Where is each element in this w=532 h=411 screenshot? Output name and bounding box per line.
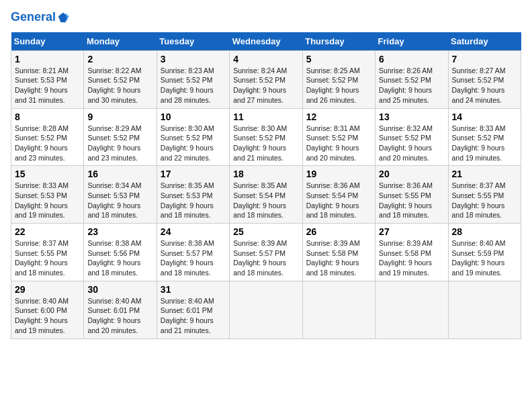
- day-info: Sunrise: 8:29 AM Sunset: 5:52 PM Dayligh…: [87, 124, 152, 163]
- day-info: Sunrise: 8:24 AM Sunset: 5:52 PM Dayligh…: [233, 66, 298, 105]
- day-info: Sunrise: 8:25 AM Sunset: 5:52 PM Dayligh…: [306, 66, 371, 105]
- day-number: 10: [161, 111, 226, 122]
- day-number: 24: [161, 226, 226, 237]
- calendar-cell: 3 Sunrise: 8:23 AM Sunset: 5:52 PM Dayli…: [157, 50, 229, 108]
- calendar-cell: 10 Sunrise: 8:30 AM Sunset: 5:52 PM Dayl…: [157, 108, 229, 166]
- calendar-cell: 27 Sunrise: 8:39 AM Sunset: 5:58 PM Dayl…: [375, 224, 448, 281]
- day-info: Sunrise: 8:39 AM Sunset: 5:58 PM Dayligh…: [306, 238, 371, 278]
- day-number: 30: [87, 284, 152, 295]
- day-number: 28: [452, 226, 517, 237]
- calendar-table: SundayMondayTuesdayWednesdayThursdayFrid…: [11, 32, 521, 339]
- day-number: 11: [233, 111, 298, 122]
- calendar-cell: 4 Sunrise: 8:24 AM Sunset: 5:52 PM Dayli…: [230, 50, 302, 108]
- day-number: 21: [452, 169, 517, 179]
- day-info: Sunrise: 8:33 AM Sunset: 5:52 PM Dayligh…: [452, 124, 517, 163]
- calendar-cell: [375, 281, 448, 338]
- calendar-cell: 6 Sunrise: 8:26 AM Sunset: 5:52 PM Dayli…: [375, 50, 448, 108]
- logo-icon: [57, 11, 69, 24]
- day-number: 17: [161, 169, 226, 179]
- day-number: 15: [15, 169, 80, 179]
- day-info: Sunrise: 8:33 AM Sunset: 5:53 PM Dayligh…: [15, 181, 80, 220]
- day-number: 14: [452, 111, 517, 122]
- day-info: Sunrise: 8:28 AM Sunset: 5:52 PM Dayligh…: [15, 124, 80, 163]
- day-header-saturday: Saturday: [448, 32, 521, 51]
- day-info: Sunrise: 8:22 AM Sunset: 5:52 PM Dayligh…: [87, 66, 152, 105]
- calendar-cell: 13 Sunrise: 8:32 AM Sunset: 5:52 PM Dayl…: [375, 108, 448, 166]
- day-info: Sunrise: 8:21 AM Sunset: 5:53 PM Dayligh…: [15, 66, 80, 105]
- calendar-cell: 25 Sunrise: 8:39 AM Sunset: 5:57 PM Dayl…: [230, 224, 302, 281]
- calendar-cell: 5 Sunrise: 8:25 AM Sunset: 5:52 PM Dayli…: [302, 50, 375, 108]
- calendar-cell: 9 Sunrise: 8:29 AM Sunset: 5:52 PM Dayli…: [84, 108, 157, 166]
- day-number: 18: [233, 169, 298, 179]
- day-info: Sunrise: 8:35 AM Sunset: 5:53 PM Dayligh…: [161, 181, 226, 220]
- day-info: Sunrise: 8:39 AM Sunset: 5:58 PM Dayligh…: [379, 238, 444, 278]
- day-info: Sunrise: 8:34 AM Sunset: 5:53 PM Dayligh…: [87, 181, 152, 220]
- day-number: 19: [306, 169, 371, 179]
- day-number: 27: [379, 226, 444, 237]
- day-info: Sunrise: 8:30 AM Sunset: 5:52 PM Dayligh…: [161, 124, 226, 163]
- calendar-cell: 30 Sunrise: 8:40 AM Sunset: 6:01 PM Dayl…: [84, 281, 157, 338]
- day-number: 29: [15, 284, 80, 295]
- day-info: Sunrise: 8:26 AM Sunset: 5:52 PM Dayligh…: [379, 66, 444, 105]
- calendar-cell: 31 Sunrise: 8:40 AM Sunset: 6:01 PM Dayl…: [157, 281, 229, 338]
- day-header-thursday: Thursday: [302, 32, 375, 51]
- logo: General: [11, 11, 69, 24]
- day-info: Sunrise: 8:37 AM Sunset: 5:55 PM Dayligh…: [15, 238, 80, 278]
- day-info: Sunrise: 8:38 AM Sunset: 5:56 PM Dayligh…: [87, 238, 152, 278]
- day-number: 23: [87, 226, 152, 237]
- day-info: Sunrise: 8:30 AM Sunset: 5:52 PM Dayligh…: [233, 124, 298, 163]
- day-info: Sunrise: 8:39 AM Sunset: 5:57 PM Dayligh…: [233, 238, 298, 278]
- calendar-cell: 8 Sunrise: 8:28 AM Sunset: 5:52 PM Dayli…: [11, 108, 84, 166]
- day-info: Sunrise: 8:40 AM Sunset: 6:01 PM Dayligh…: [87, 296, 152, 336]
- calendar-cell: 11 Sunrise: 8:30 AM Sunset: 5:52 PM Dayl…: [230, 108, 302, 166]
- day-number: 7: [452, 54, 517, 64]
- day-number: 20: [379, 169, 444, 179]
- day-info: Sunrise: 8:36 AM Sunset: 5:54 PM Dayligh…: [306, 181, 371, 220]
- day-header-sunday: Sunday: [11, 32, 84, 51]
- calendar-cell: 16 Sunrise: 8:34 AM Sunset: 5:53 PM Dayl…: [84, 166, 157, 224]
- calendar-cell: [448, 281, 521, 338]
- calendar-cell: 15 Sunrise: 8:33 AM Sunset: 5:53 PM Dayl…: [11, 166, 84, 224]
- day-number: 4: [233, 54, 298, 64]
- day-number: 8: [15, 111, 80, 122]
- calendar-cell: 21 Sunrise: 8:37 AM Sunset: 5:55 PM Dayl…: [448, 166, 521, 224]
- day-info: Sunrise: 8:31 AM Sunset: 5:52 PM Dayligh…: [306, 124, 371, 163]
- day-info: Sunrise: 8:27 AM Sunset: 5:52 PM Dayligh…: [452, 66, 517, 105]
- calendar-cell: 2 Sunrise: 8:22 AM Sunset: 5:52 PM Dayli…: [84, 50, 157, 108]
- day-number: 25: [233, 226, 298, 237]
- calendar-cell: 23 Sunrise: 8:38 AM Sunset: 5:56 PM Dayl…: [84, 224, 157, 281]
- calendar-cell: 7 Sunrise: 8:27 AM Sunset: 5:52 PM Dayli…: [448, 50, 521, 108]
- day-info: Sunrise: 8:40 AM Sunset: 6:01 PM Dayligh…: [161, 296, 226, 336]
- calendar-cell: 24 Sunrise: 8:38 AM Sunset: 5:57 PM Dayl…: [157, 224, 229, 281]
- day-info: Sunrise: 8:23 AM Sunset: 5:52 PM Dayligh…: [161, 66, 226, 105]
- calendar-cell: [302, 281, 375, 338]
- calendar-cell: 1 Sunrise: 8:21 AM Sunset: 5:53 PM Dayli…: [11, 50, 84, 108]
- day-number: 9: [87, 111, 152, 122]
- calendar-cell: 18 Sunrise: 8:35 AM Sunset: 5:54 PM Dayl…: [230, 166, 302, 224]
- day-header-tuesday: Tuesday: [157, 32, 229, 51]
- day-number: 31: [161, 284, 226, 295]
- day-number: 3: [161, 54, 226, 64]
- day-number: 16: [87, 169, 152, 179]
- day-header-monday: Monday: [84, 32, 157, 51]
- day-header-wednesday: Wednesday: [230, 32, 302, 51]
- day-header-friday: Friday: [375, 32, 448, 51]
- day-info: Sunrise: 8:32 AM Sunset: 5:52 PM Dayligh…: [379, 124, 444, 163]
- day-number: 1: [15, 54, 80, 64]
- day-number: 6: [379, 54, 444, 64]
- day-number: 26: [306, 226, 371, 237]
- day-number: 12: [306, 111, 371, 122]
- calendar-cell: 17 Sunrise: 8:35 AM Sunset: 5:53 PM Dayl…: [157, 166, 229, 224]
- calendar-cell: 12 Sunrise: 8:31 AM Sunset: 5:52 PM Dayl…: [302, 108, 375, 166]
- day-info: Sunrise: 8:36 AM Sunset: 5:55 PM Dayligh…: [379, 181, 444, 220]
- day-number: 2: [87, 54, 152, 64]
- day-info: Sunrise: 8:35 AM Sunset: 5:54 PM Dayligh…: [233, 181, 298, 220]
- day-info: Sunrise: 8:38 AM Sunset: 5:57 PM Dayligh…: [161, 238, 226, 278]
- day-number: 22: [15, 226, 80, 237]
- calendar-cell: 14 Sunrise: 8:33 AM Sunset: 5:52 PM Dayl…: [448, 108, 521, 166]
- calendar-cell: 22 Sunrise: 8:37 AM Sunset: 5:55 PM Dayl…: [11, 224, 84, 281]
- calendar-cell: [230, 281, 302, 338]
- calendar-cell: 19 Sunrise: 8:36 AM Sunset: 5:54 PM Dayl…: [302, 166, 375, 224]
- day-info: Sunrise: 8:40 AM Sunset: 5:59 PM Dayligh…: [452, 238, 517, 278]
- day-number: 5: [306, 54, 371, 64]
